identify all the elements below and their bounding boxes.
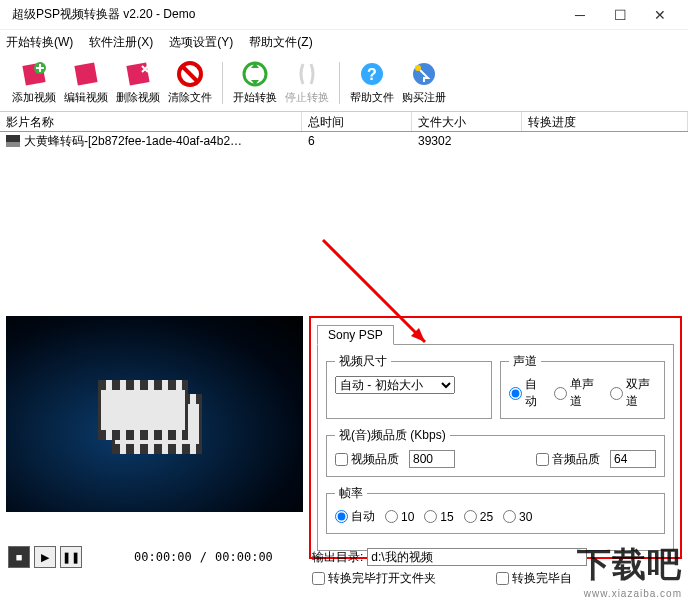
fps-auto[interactable]: 自动	[335, 508, 375, 525]
transport-controls: ■ ▶ ❚❚ 00:00:00 / 00:00:00	[8, 546, 273, 568]
edit-icon	[72, 60, 100, 88]
menu-options[interactable]: 选项设置(Y)	[169, 34, 233, 51]
list-header: 影片名称 总时间 文件大小 转换进度	[0, 112, 688, 132]
file-list[interactable]: 大黄蜂转码-[2b872fee-1ade-40af-a4b2… 6 39302	[0, 132, 688, 310]
video-file-icon	[6, 135, 20, 147]
menubar: 开始转换(W) 软件注册(X) 选项设置(Y) 帮助文件(Z)	[0, 30, 688, 54]
toolbar-separator	[222, 62, 223, 104]
channel-label: 声道	[509, 353, 541, 370]
fps-label: 帧率	[335, 485, 367, 502]
stop-convert-button[interactable]: 停止转换	[281, 60, 333, 105]
timecode-total: 00:00:00	[215, 550, 273, 564]
fps-15[interactable]: 15	[424, 510, 453, 524]
post-convert-options: 转换完毕打开文件夹 转换完毕自	[312, 570, 572, 587]
settings-panel: Sony PSP 视频尺寸 自动 - 初始大小 声道 自动 单声道 双声道 视(…	[309, 316, 682, 559]
cell-size: 39302	[412, 134, 522, 148]
timecode-current: 00:00:00	[134, 550, 192, 564]
help-icon: ?	[358, 60, 386, 88]
delete-icon	[124, 60, 152, 88]
fps-10[interactable]: 10	[385, 510, 414, 524]
watermark: 下载吧 www.xiazaiba.com	[577, 542, 682, 599]
audio-quality-input[interactable]	[610, 450, 656, 468]
start-convert-button[interactable]: 开始转换	[229, 60, 281, 105]
cell-name: 大黄蜂转码-[2b872fee-1ade-40af-a4b2…	[24, 133, 242, 150]
edit-video-button[interactable]: 编辑视频	[60, 60, 112, 105]
help-button[interactable]: ? 帮助文件	[346, 60, 398, 105]
minimize-button[interactable]: ─	[560, 0, 600, 30]
output-row: 输出目录:	[312, 548, 587, 566]
quality-group: 视(音)频品质 (Kbps) 视频品质 音频品质	[326, 427, 665, 477]
stop-icon	[293, 60, 321, 88]
svg-point-6	[415, 65, 421, 71]
stop-playback-button[interactable]: ■	[8, 546, 30, 568]
menu-help[interactable]: 帮助文件(Z)	[249, 34, 312, 51]
audio-quality-check[interactable]: 音频品质	[536, 451, 600, 468]
svg-text:?: ?	[367, 66, 377, 83]
maximize-button[interactable]: ☐	[600, 0, 640, 30]
video-quality-input[interactable]	[409, 450, 455, 468]
fps-group: 帧率 自动 10 15 25 30	[326, 485, 665, 534]
channel-mono[interactable]: 单声道	[554, 376, 600, 410]
col-progress[interactable]: 转换进度	[522, 112, 688, 131]
start-icon	[241, 60, 269, 88]
buy-register-button[interactable]: 购买注册	[398, 60, 450, 105]
preview-panel	[6, 316, 303, 559]
col-name[interactable]: 影片名称	[0, 112, 302, 131]
video-quality-check[interactable]: 视频品质	[335, 451, 399, 468]
tab-sony-psp[interactable]: Sony PSP	[317, 325, 394, 345]
add-video-button[interactable]: 添加视频	[8, 60, 60, 105]
video-size-label: 视频尺寸	[335, 353, 391, 370]
titlebar: 超级PSP视频转换器 v2.20 - Demo ─ ☐ ✕	[0, 0, 688, 30]
filmstrip-icon	[98, 380, 208, 458]
close-button[interactable]: ✕	[640, 0, 680, 30]
buy-icon	[410, 60, 438, 88]
menu-register[interactable]: 软件注册(X)	[89, 34, 153, 51]
toolbar: 添加视频 编辑视频 删除视频 清除文件 开始转换 停止转换 ? 帮助文件 购买注…	[0, 54, 688, 112]
delete-video-button[interactable]: 删除视频	[112, 60, 164, 105]
preview-area[interactable]	[6, 316, 303, 512]
fps-30[interactable]: 30	[503, 510, 532, 524]
quality-label: 视(音)频品质 (Kbps)	[335, 427, 450, 444]
cell-duration: 6	[302, 134, 412, 148]
pause-button[interactable]: ❚❚	[60, 546, 82, 568]
channel-auto[interactable]: 自动	[509, 376, 544, 410]
add-icon	[20, 60, 48, 88]
list-row[interactable]: 大黄蜂转码-[2b872fee-1ade-40af-a4b2… 6 39302	[0, 132, 688, 150]
video-size-group: 视频尺寸 自动 - 初始大小	[326, 353, 492, 419]
channel-stereo[interactable]: 双声道	[610, 376, 656, 410]
fps-25[interactable]: 25	[464, 510, 493, 524]
menu-start[interactable]: 开始转换(W)	[6, 34, 73, 51]
play-button[interactable]: ▶	[34, 546, 56, 568]
col-duration[interactable]: 总时间	[302, 112, 412, 131]
toolbar-separator-2	[339, 62, 340, 104]
open-folder-check[interactable]: 转换完毕打开文件夹	[312, 570, 436, 587]
window-title: 超级PSP视频转换器 v2.20 - Demo	[8, 6, 560, 23]
col-size[interactable]: 文件大小	[412, 112, 522, 131]
clear-icon	[176, 60, 204, 88]
clear-files-button[interactable]: 清除文件	[164, 60, 216, 105]
video-size-select[interactable]: 自动 - 初始大小	[335, 376, 455, 394]
output-label: 输出目录:	[312, 549, 363, 566]
shutdown-check[interactable]: 转换完毕自	[496, 570, 572, 587]
channel-group: 声道 自动 单声道 双声道	[500, 353, 666, 419]
output-path-input[interactable]	[367, 548, 587, 566]
